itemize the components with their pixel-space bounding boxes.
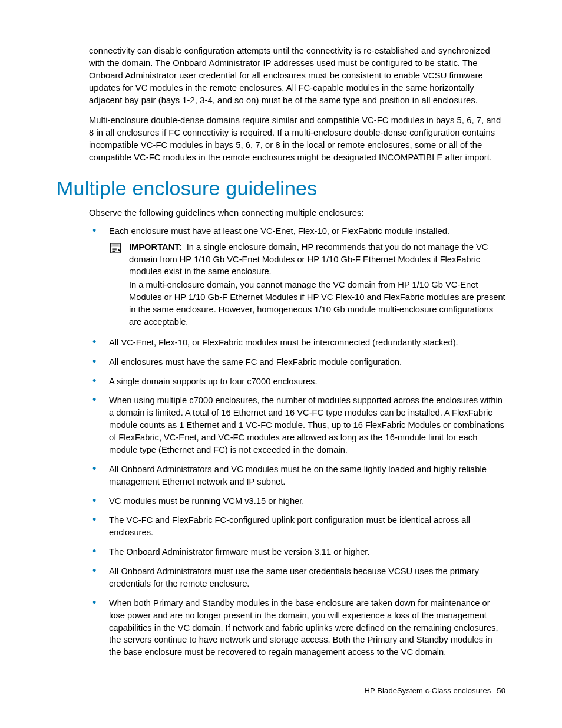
page: connectivity can disable configuration a…: [0, 0, 562, 728]
list-item: All Onboard Administrators and VC module…: [89, 463, 505, 488]
callout-label: IMPORTANT:: [129, 242, 181, 252]
bullet-list-a: Each enclosure must have at least one VC…: [89, 225, 505, 328]
list-item: Each enclosure must have at least one VC…: [89, 225, 505, 328]
callout-p1: In a single enclosure domain, HP recomme…: [129, 242, 488, 276]
page-footer: HP BladeSystem c-Class enclosures50: [365, 686, 505, 695]
list-item: The VC-FC and FlexFabric FC-configured u…: [89, 514, 505, 539]
list-item: When using multiple c7000 enclosures, th…: [89, 394, 505, 456]
list-item-text: Each enclosure must have at least one VC…: [109, 226, 449, 236]
page-number: 50: [497, 686, 505, 695]
footer-title: HP BladeSystem c-Class enclosures: [365, 686, 491, 695]
list-item: All enclosures must have the same FC and…: [89, 356, 505, 368]
intro-paragraph-1: connectivity can disable configuration a…: [89, 45, 505, 106]
callout-p2: In a multi-enclosure domain, you cannot …: [129, 279, 505, 328]
important-icon: [109, 242, 123, 258]
list-item: The Onboard Administrator firmware must …: [89, 546, 505, 558]
list-item: All Onboard Administrators must use the …: [89, 565, 505, 590]
list-item: A single domain supports up to four c700…: [89, 375, 505, 388]
lead-paragraph: Observe the following guidelines when co…: [89, 207, 505, 219]
section-heading: Multiple enclosure guidelines: [57, 177, 505, 200]
list-item: VC modules must be running VCM v3.15 or …: [89, 495, 505, 508]
callout-body: IMPORTANT: In a single enclosure domain,…: [129, 241, 505, 328]
intro-paragraph-2: Multi-enclosure double-dense domains req…: [89, 114, 505, 164]
important-callout: IMPORTANT: In a single enclosure domain,…: [109, 241, 505, 328]
list-item: When both Primary and Standby modules in…: [89, 597, 505, 658]
list-item: All VC-Enet, Flex-10, or FlexFabric modu…: [89, 337, 505, 349]
bullet-list-b: All VC-Enet, Flex-10, or FlexFabric modu…: [89, 337, 505, 658]
